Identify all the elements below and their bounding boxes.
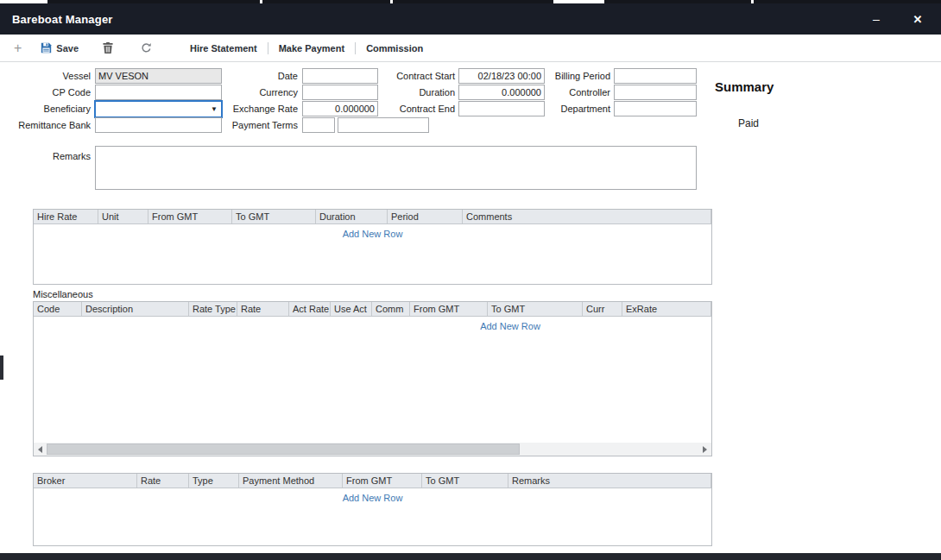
beneficiary-label: Beneficiary bbox=[4, 104, 91, 114]
commission-button[interactable]: Commission bbox=[366, 43, 423, 53]
contract-start-label: Contract Start bbox=[376, 71, 455, 81]
vessel-label: Vessel bbox=[4, 71, 91, 81]
trash-icon bbox=[103, 42, 113, 53]
hire-rate-table-body: Add New Row bbox=[34, 224, 711, 284]
save-button[interactable]: Save bbox=[41, 42, 79, 53]
column-header: Rate bbox=[137, 474, 189, 488]
hire-rate-table: Hire Rate Unit From GMT To GMT Duration … bbox=[33, 209, 712, 285]
exchange-rate-input[interactable] bbox=[302, 101, 378, 116]
scrollbar-thumb[interactable] bbox=[47, 444, 520, 455]
beneficiary-select[interactable]: ▼ bbox=[94, 100, 223, 118]
column-header: To GMT bbox=[422, 474, 508, 488]
date-input[interactable] bbox=[302, 68, 378, 84]
column-header: Duration bbox=[316, 210, 388, 223]
payment-terms-description-input[interactable] bbox=[338, 117, 429, 133]
column-header: Comm bbox=[372, 302, 410, 316]
exchange-rate-label: Exchange Rate bbox=[212, 104, 298, 114]
miscellaneous-heading: Miscellaneous bbox=[33, 289, 93, 299]
add-new-row-link[interactable]: Add New Row bbox=[34, 317, 711, 331]
miscellaneous-table-header: Code Description Rate Type Rate Act Rate… bbox=[34, 302, 711, 317]
contract-end-label: Contract End bbox=[376, 104, 455, 114]
column-header: From GMT bbox=[343, 474, 422, 488]
scroll-left-icon[interactable] bbox=[34, 443, 47, 456]
delete-button[interactable] bbox=[103, 42, 113, 53]
column-header: Rate bbox=[237, 302, 289, 316]
broker-table-header: Broker Rate Type Payment Method From GMT… bbox=[34, 474, 711, 488]
column-header: Comments bbox=[463, 210, 711, 223]
refresh-icon bbox=[141, 42, 152, 53]
summary-heading: Summary bbox=[715, 79, 774, 94]
horizontal-scrollbar[interactable] bbox=[34, 443, 711, 456]
column-header: From GMT bbox=[148, 210, 232, 223]
screen: Bareboat Manager – ✕ + Save Hire Stateme… bbox=[0, 0, 941, 560]
remittance-bank-label: Remittance Bank bbox=[4, 120, 91, 130]
column-header: Unit bbox=[98, 210, 148, 223]
background-taskbar-edge bbox=[0, 553, 941, 560]
remarks-label: Remarks bbox=[4, 151, 91, 161]
title-bar: Bareboat Manager – ✕ bbox=[0, 3, 941, 35]
column-header: Act Rate bbox=[289, 302, 331, 316]
column-header: Rate Type bbox=[189, 302, 237, 316]
billing-period-input[interactable] bbox=[614, 68, 697, 84]
column-header: Period bbox=[388, 210, 463, 223]
toolbar: + Save Hire Statement Make Payment Commi… bbox=[0, 35, 941, 62]
department-input[interactable] bbox=[614, 101, 697, 116]
miscellaneous-table: Code Description Rate Type Rate Act Rate… bbox=[33, 301, 712, 456]
duration-label: Duration bbox=[376, 87, 455, 98]
miscellaneous-table-body: Add New Row bbox=[34, 317, 711, 442]
column-header: Type bbox=[189, 474, 239, 488]
save-button-label: Save bbox=[56, 43, 79, 53]
miscellaneous-table-content: Add New Row bbox=[34, 317, 711, 331]
add-icon[interactable]: + bbox=[14, 41, 22, 55]
billing-period-label: Billing Period bbox=[531, 71, 610, 81]
date-label: Date bbox=[212, 71, 298, 81]
department-label: Department bbox=[531, 104, 610, 114]
column-header: Use Act bbox=[331, 302, 372, 316]
payment-terms-code-input[interactable] bbox=[302, 117, 335, 133]
payment-terms-label: Payment Terms bbox=[212, 120, 298, 130]
currency-label: Currency bbox=[212, 87, 298, 98]
hire-statement-button[interactable]: Hire Statement bbox=[190, 43, 257, 53]
background-window-edge bbox=[0, 356, 3, 380]
currency-input[interactable] bbox=[302, 85, 378, 100]
column-header: To GMT bbox=[232, 210, 316, 223]
column-header: Hire Rate bbox=[34, 210, 98, 223]
broker-table: Broker Rate Type Payment Method From GMT… bbox=[33, 473, 712, 546]
controller-input[interactable] bbox=[614, 85, 697, 100]
scroll-right-icon[interactable] bbox=[698, 443, 711, 456]
remittance-bank-input[interactable] bbox=[95, 117, 222, 133]
close-button[interactable]: ✕ bbox=[905, 8, 931, 30]
add-new-row-link[interactable]: Add New Row bbox=[34, 224, 711, 239]
refresh-button[interactable] bbox=[141, 42, 152, 53]
hire-rate-table-header: Hire Rate Unit From GMT To GMT Duration … bbox=[34, 210, 711, 224]
paid-label: Paid bbox=[738, 117, 759, 129]
toolbar-separator bbox=[268, 42, 268, 54]
cp-code-label: CP Code bbox=[4, 87, 91, 98]
column-header: Remarks bbox=[508, 474, 711, 488]
save-icon bbox=[41, 42, 52, 53]
controller-label: Controller bbox=[531, 87, 610, 98]
toolbar-separator bbox=[355, 42, 356, 54]
minimize-button[interactable]: – bbox=[863, 8, 889, 30]
vessel-input[interactable] bbox=[95, 68, 222, 84]
column-header: Curr bbox=[583, 302, 622, 316]
cp-code-input[interactable] bbox=[95, 85, 222, 100]
column-header: Broker bbox=[34, 474, 137, 488]
column-header: Description bbox=[82, 302, 189, 316]
broker-table-body: Add New Row bbox=[34, 488, 711, 545]
column-header: Payment Method bbox=[239, 474, 343, 488]
column-header: ExRate bbox=[622, 302, 711, 316]
add-new-row-link[interactable]: Add New Row bbox=[34, 488, 711, 503]
column-header: Code bbox=[34, 302, 82, 316]
window-title: Bareboat Manager bbox=[12, 13, 113, 26]
make-payment-button[interactable]: Make Payment bbox=[279, 43, 344, 53]
remarks-textarea[interactable] bbox=[95, 146, 697, 190]
column-header: From GMT bbox=[410, 302, 488, 316]
column-header: To GMT bbox=[488, 302, 583, 316]
